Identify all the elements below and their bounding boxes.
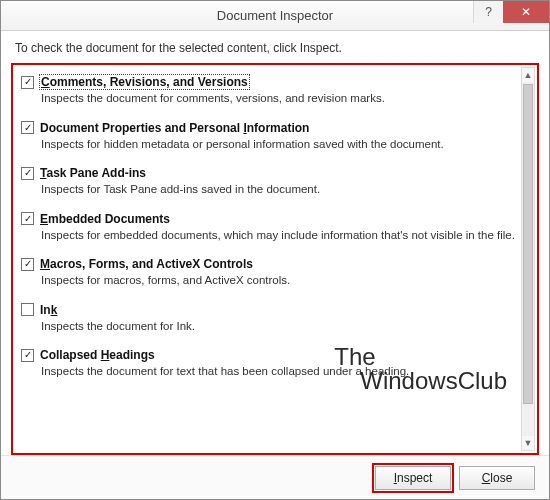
scroll-thumb[interactable] [523,84,533,404]
option-header: Document Properties and Personal Informa… [21,121,515,135]
option-header: Embedded Documents [21,212,515,226]
option-checkbox[interactable] [21,258,34,271]
inspector-option: InkInspects the document for Ink. [17,297,519,343]
option-description: Inspects for embedded documents, which m… [41,228,515,244]
vertical-scrollbar[interactable]: ▲ ▼ [521,67,535,451]
option-title[interactable]: Task Pane Add-ins [40,166,146,180]
option-description: Inspects the document for Ink. [41,319,515,335]
titlebar: Document Inspector ? ✕ [1,1,549,31]
inspector-options-panel: Comments, Revisions, and VersionsInspect… [11,63,539,455]
instruction-text: To check the document for the selected c… [1,31,549,63]
option-title[interactable]: Collapsed Headings [40,348,155,362]
inspector-option: Document Properties and Personal Informa… [17,115,519,161]
window-title: Document Inspector [1,8,549,23]
option-header: Task Pane Add-ins [21,166,515,180]
inspector-option: Macros, Forms, and ActiveX ControlsInspe… [17,251,519,297]
inspector-option: Comments, Revisions, and VersionsInspect… [17,69,519,115]
option-checkbox[interactable] [21,121,34,134]
scroll-down-arrow[interactable]: ▼ [522,436,534,450]
inspector-option: Task Pane Add-insInspects for Task Pane … [17,160,519,206]
option-checkbox[interactable] [21,167,34,180]
option-checkbox[interactable] [21,76,34,89]
close-button[interactable]: Close [459,466,535,490]
option-description: Inspects the document for comments, vers… [41,91,515,107]
option-header: Macros, Forms, and ActiveX Controls [21,257,515,271]
option-description: Inspects for Task Pane add-ins saved in … [41,182,515,198]
scroll-up-arrow[interactable]: ▲ [522,68,534,82]
option-description: Inspects for macros, forms, and ActiveX … [41,273,515,289]
option-title[interactable]: Embedded Documents [40,212,170,226]
option-title[interactable]: Comments, Revisions, and Versions [40,75,249,89]
option-description: Inspects for hidden metadata or personal… [41,137,515,153]
close-window-button[interactable]: ✕ [503,1,549,23]
options-scroll-area: Comments, Revisions, and VersionsInspect… [17,69,519,449]
option-header: Ink [21,303,515,317]
inspector-option: Collapsed HeadingsInspects the document … [17,342,519,388]
dialog-footer: Inspect Close [1,455,549,499]
option-title[interactable]: Macros, Forms, and ActiveX Controls [40,257,253,271]
inspect-button[interactable]: Inspect [375,466,451,490]
option-description: Inspects the document for text that has … [41,364,515,380]
option-header: Comments, Revisions, and Versions [21,75,515,89]
option-checkbox[interactable] [21,303,34,316]
option-title[interactable]: Document Properties and Personal Informa… [40,121,309,135]
option-title[interactable]: Ink [40,303,57,317]
dialog-window: Document Inspector ? ✕ To check the docu… [0,0,550,500]
window-controls: ? ✕ [473,1,549,23]
help-button[interactable]: ? [473,1,503,23]
option-checkbox[interactable] [21,349,34,362]
option-header: Collapsed Headings [21,348,515,362]
inspector-option: Embedded DocumentsInspects for embedded … [17,206,519,252]
option-checkbox[interactable] [21,212,34,225]
